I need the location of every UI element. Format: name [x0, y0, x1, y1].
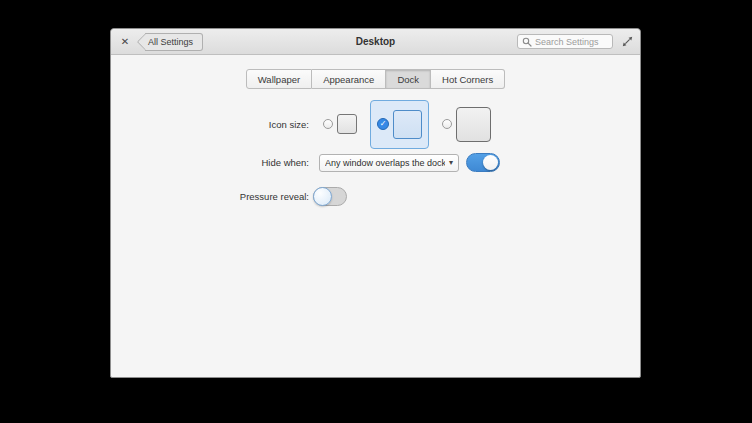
tab-hot-corners[interactable]: Hot Corners — [431, 69, 505, 89]
search-input[interactable] — [535, 37, 608, 47]
icon-size-label: Icon size: — [111, 119, 309, 130]
search-icon — [522, 37, 532, 47]
hide-when-toggle[interactable] — [466, 153, 500, 172]
pressure-reveal-toggle[interactable] — [313, 187, 347, 206]
category-tabbar: Wallpaper Appearance Dock Hot Corners — [111, 69, 640, 89]
toggle-knob — [313, 187, 332, 206]
icon-size-option-large[interactable] — [442, 107, 491, 142]
settings-window: ✕ All Settings Desktop Wallpaper App — [110, 28, 641, 378]
dock-preview-small[interactable] — [337, 114, 357, 134]
header-bar: ✕ All Settings Desktop — [111, 29, 640, 55]
icon-size-option-medium[interactable]: ✓ — [370, 100, 429, 149]
radio-large[interactable] — [442, 119, 452, 129]
tab-dock[interactable]: Dock — [386, 69, 431, 89]
icon-size-row: Icon size: ✓ — [111, 99, 640, 149]
pressure-reveal-label: Pressure reveal: — [111, 191, 309, 202]
hide-when-row: Hide when: Any window overlaps the dock … — [111, 153, 640, 172]
tab-appearance[interactable]: Appearance — [312, 69, 386, 89]
hide-when-dropdown-value: Any window overlaps the dock — [325, 158, 445, 168]
dock-preview-medium[interactable] — [393, 110, 422, 139]
tab-wallpaper[interactable]: Wallpaper — [246, 69, 312, 89]
back-button-label: All Settings — [148, 37, 193, 47]
hide-when-label: Hide when: — [111, 157, 309, 168]
back-button-all-settings[interactable]: All Settings — [145, 33, 203, 51]
hide-when-dropdown[interactable]: Any window overlaps the dock ▾ — [319, 154, 459, 172]
chevron-down-icon: ▾ — [449, 158, 453, 167]
close-icon[interactable]: ✕ — [117, 34, 133, 50]
search-field[interactable] — [517, 34, 613, 49]
icon-size-options: ✓ — [323, 100, 491, 149]
resize-icon[interactable] — [620, 34, 634, 50]
dock-preview-large[interactable] — [456, 107, 491, 142]
check-icon: ✓ — [380, 120, 387, 128]
icon-size-option-small[interactable] — [323, 114, 357, 134]
radio-medium-checked[interactable]: ✓ — [377, 118, 389, 130]
toggle-knob — [483, 155, 498, 170]
radio-small[interactable] — [323, 119, 333, 129]
pressure-reveal-row: Pressure reveal: — [111, 187, 640, 206]
